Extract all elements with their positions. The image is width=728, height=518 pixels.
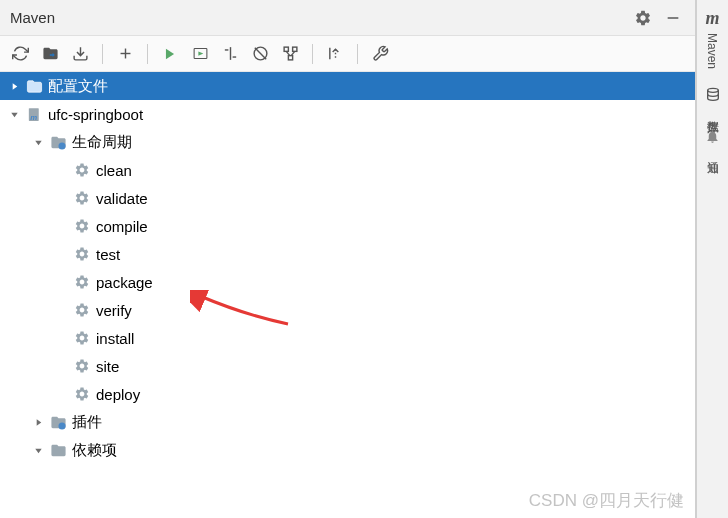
node-label: compile — [96, 218, 148, 235]
generate-sources-icon[interactable] — [36, 40, 64, 68]
project-node[interactable]: m ufc-springboot — [0, 100, 695, 128]
panel-title: Maven — [10, 9, 625, 26]
phase-verify[interactable]: verify — [0, 296, 695, 324]
node-label: install — [96, 330, 134, 347]
folder-gear-icon — [48, 132, 68, 152]
settings-icon[interactable] — [631, 6, 655, 30]
separator — [312, 44, 313, 64]
svg-rect-11 — [284, 47, 288, 51]
node-label: site — [96, 358, 119, 375]
module-icon: m — [24, 104, 44, 124]
gear-icon — [72, 300, 92, 320]
gear-icon — [72, 160, 92, 180]
gear-icon — [72, 356, 92, 376]
lifecycle-node[interactable]: 生命周期 — [0, 128, 695, 156]
node-label: package — [96, 274, 153, 291]
run-config-icon[interactable] — [186, 40, 214, 68]
side-tab-label: Maven — [705, 33, 719, 69]
svg-marker-3 — [166, 48, 174, 59]
side-tab-strip: m Maven 数据库 通知 — [696, 0, 728, 518]
folder-gear-icon — [48, 412, 68, 432]
svg-marker-26 — [35, 448, 41, 453]
database-icon — [705, 87, 721, 107]
bell-icon — [705, 129, 720, 148]
phase-deploy[interactable]: deploy — [0, 380, 695, 408]
separator — [147, 44, 148, 64]
node-label: verify — [96, 302, 132, 319]
phase-package[interactable]: package — [0, 268, 695, 296]
phase-install[interactable]: install — [0, 324, 695, 352]
plugins-node[interactable]: 插件 — [0, 408, 695, 436]
show-dependencies-icon[interactable] — [276, 40, 304, 68]
gear-icon — [72, 216, 92, 236]
run-icon[interactable] — [156, 40, 184, 68]
svg-text:m: m — [30, 113, 37, 122]
svg-marker-19 — [11, 112, 17, 117]
toggle-skip-tests-icon[interactable] — [216, 40, 244, 68]
profiles-node[interactable]: 配置文件 — [0, 72, 695, 100]
node-label: test — [96, 246, 120, 263]
svg-point-23 — [58, 142, 65, 149]
collapse-all-icon[interactable] — [321, 40, 349, 68]
toggle-offline-icon[interactable] — [246, 40, 274, 68]
chevron-down-icon[interactable] — [4, 104, 24, 124]
phase-test[interactable]: test — [0, 240, 695, 268]
node-label: deploy — [96, 386, 140, 403]
dependencies-node[interactable]: 依赖项 — [0, 436, 695, 464]
download-icon[interactable] — [66, 40, 94, 68]
maven-panel: Maven 配置文件 m — [0, 0, 696, 518]
folder-icon — [48, 440, 68, 460]
minimize-icon[interactable] — [661, 6, 685, 30]
node-label: 配置文件 — [48, 77, 108, 96]
svg-rect-13 — [288, 56, 292, 60]
chevron-down-icon[interactable] — [28, 440, 48, 460]
svg-line-10 — [254, 48, 265, 59]
maven-icon: m — [705, 8, 719, 29]
svg-point-25 — [58, 422, 65, 429]
phase-site[interactable]: site — [0, 352, 695, 380]
node-label: 依赖项 — [72, 441, 117, 460]
chevron-down-icon[interactable] — [28, 132, 48, 152]
svg-marker-22 — [35, 140, 41, 145]
toolbar — [0, 36, 695, 72]
node-label: validate — [96, 190, 148, 207]
gear-icon — [72, 384, 92, 404]
phase-compile[interactable]: compile — [0, 212, 695, 240]
add-icon[interactable] — [111, 40, 139, 68]
side-tab-database[interactable]: 数据库 — [704, 87, 721, 111]
reload-icon[interactable] — [6, 40, 34, 68]
gear-icon — [72, 244, 92, 264]
svg-marker-24 — [36, 419, 41, 425]
svg-marker-5 — [198, 51, 203, 55]
phase-clean[interactable]: clean — [0, 156, 695, 184]
node-label: ufc-springboot — [48, 106, 143, 123]
phase-validate[interactable]: validate — [0, 184, 695, 212]
maven-settings-icon[interactable] — [366, 40, 394, 68]
gear-icon — [72, 188, 92, 208]
project-tree: 配置文件 m ufc-springboot 生命周期 clean validat… — [0, 72, 695, 518]
gear-icon — [72, 328, 92, 348]
node-label: clean — [96, 162, 132, 179]
gear-icon — [72, 272, 92, 292]
title-bar: Maven — [0, 0, 695, 36]
folder-icon — [24, 76, 44, 96]
svg-marker-18 — [12, 83, 17, 89]
side-tab-notify[interactable]: 通知 — [704, 129, 721, 152]
chevron-right-icon[interactable] — [28, 412, 48, 432]
svg-point-27 — [707, 88, 718, 92]
separator — [357, 44, 358, 64]
node-label: 生命周期 — [72, 133, 132, 152]
separator — [102, 44, 103, 64]
chevron-right-icon[interactable] — [4, 76, 24, 96]
node-label: 插件 — [72, 413, 102, 432]
side-tab-maven[interactable]: m Maven — [705, 8, 719, 69]
svg-rect-12 — [292, 47, 296, 51]
